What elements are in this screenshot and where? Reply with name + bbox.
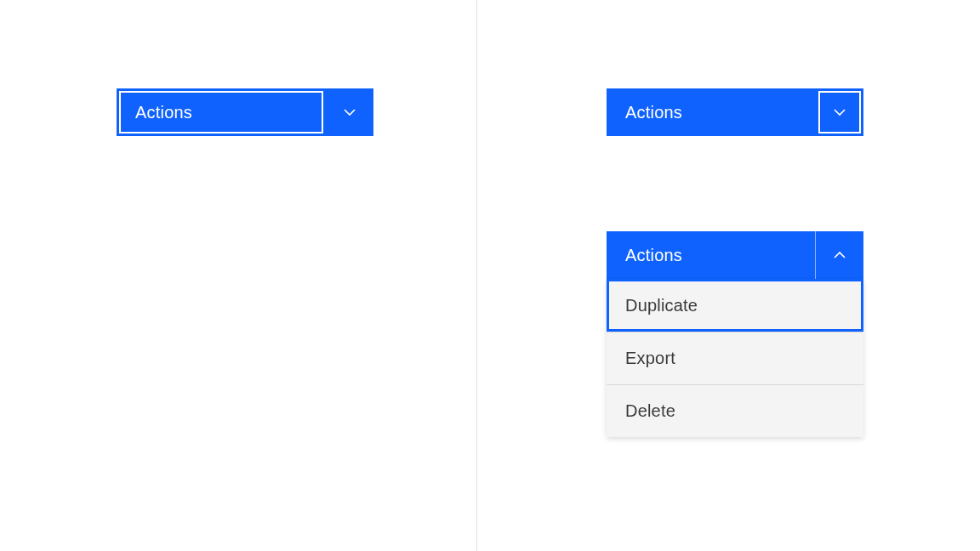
split-button-example-1: Actions — [117, 88, 373, 136]
actions-button-label: Actions — [135, 103, 192, 122]
split-button-example-3-open: Actions Duplicate Export Delete — [607, 231, 863, 437]
menu-item-duplicate[interactable]: Duplicate — [607, 279, 863, 332]
chevron-up-icon — [831, 247, 848, 264]
menu-item-label: Export — [625, 349, 675, 368]
menu-item-label: Delete — [625, 401, 675, 421]
actions-button[interactable]: Actions — [607, 231, 816, 279]
menu-item-delete[interactable]: Delete — [607, 384, 863, 437]
vertical-divider — [476, 0, 477, 551]
actions-menu: Duplicate Export Delete — [607, 279, 863, 437]
split-button-head: Actions — [607, 231, 863, 279]
chevron-down-icon — [341, 104, 358, 121]
actions-button-label: Actions — [625, 246, 682, 265]
menu-item-label: Duplicate — [625, 296, 698, 315]
actions-button[interactable]: Actions — [117, 88, 326, 136]
split-button-example-2: Actions — [607, 88, 863, 136]
actions-caret-button[interactable] — [326, 88, 373, 136]
menu-item-export[interactable]: Export — [607, 332, 863, 384]
actions-caret-button[interactable] — [816, 88, 863, 136]
actions-caret-button[interactable] — [816, 231, 863, 279]
chevron-down-icon — [831, 104, 848, 121]
actions-button-label: Actions — [625, 103, 682, 122]
actions-button[interactable]: Actions — [607, 88, 816, 136]
